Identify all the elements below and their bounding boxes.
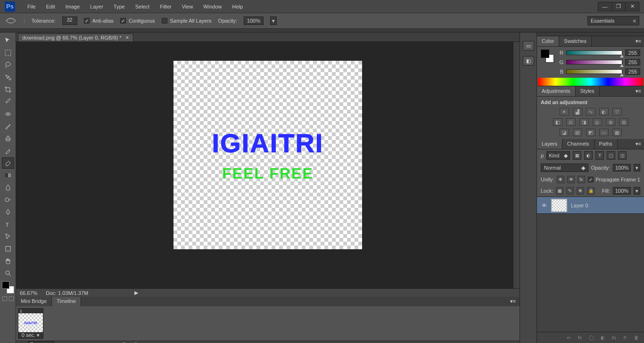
- brush-tool[interactable]: [2, 121, 14, 132]
- filter-smart-icon[interactable]: ◫: [618, 151, 627, 160]
- maximize-button[interactable]: ❐: [611, 2, 626, 11]
- type-tool[interactable]: T: [2, 219, 14, 230]
- adj-hue-icon[interactable]: ◧: [553, 118, 562, 126]
- opacity-dropdown[interactable]: ▾: [270, 16, 277, 25]
- fill-dropdown[interactable]: ▾: [634, 187, 640, 195]
- tab-paths[interactable]: Paths: [594, 139, 618, 149]
- layer-opacity-dropdown[interactable]: ▾: [634, 164, 640, 172]
- sample-all-checkbox[interactable]: Sample All Layers: [162, 18, 212, 24]
- marquee-tool[interactable]: [2, 47, 14, 58]
- fill-input[interactable]: 100%: [613, 187, 631, 195]
- filter-shape-icon[interactable]: ▢: [607, 151, 615, 160]
- status-doc-info[interactable]: Doc: 1.03M/1.37M: [46, 290, 88, 296]
- unify-position-icon[interactable]: ✥: [557, 176, 564, 183]
- first-frame-button[interactable]: ⏮: [59, 341, 66, 343]
- adj-posterize-icon[interactable]: ▤: [573, 129, 582, 136]
- blend-mode-dropdown[interactable]: Normal◆: [541, 163, 588, 172]
- next-frame-button[interactable]: ⏭: [93, 341, 99, 343]
- g-input[interactable]: 255: [625, 59, 640, 65]
- layer-opacity-input[interactable]: 100%: [613, 164, 631, 172]
- r-slider[interactable]: [566, 50, 622, 55]
- menu-window[interactable]: Window: [198, 2, 226, 11]
- active-tool-icon[interactable]: [5, 16, 17, 25]
- layer-item[interactable]: 👁 Layer 0: [537, 197, 644, 214]
- tolerance-input[interactable]: 32: [62, 16, 77, 25]
- dock-icon-properties[interactable]: ◧: [523, 56, 534, 65]
- b-slider[interactable]: [566, 69, 622, 74]
- adj-gradient-map-icon[interactable]: ▭: [599, 129, 609, 136]
- quick-select-tool[interactable]: [2, 72, 14, 83]
- tab-color[interactable]: Color: [537, 36, 559, 46]
- color-panel-menu[interactable]: ▾≡: [633, 36, 644, 46]
- zoom-level[interactable]: 66.67%: [20, 290, 37, 296]
- stamp-tool[interactable]: [2, 133, 14, 144]
- menu-file[interactable]: File: [23, 2, 41, 11]
- filter-adjust-icon[interactable]: ◐: [584, 151, 593, 160]
- lock-transparency-icon[interactable]: ▦: [556, 187, 563, 195]
- filter-pixel-icon[interactable]: ▦: [573, 151, 581, 160]
- tab-timeline[interactable]: Timeline: [52, 297, 81, 306]
- history-brush-tool[interactable]: [2, 145, 14, 156]
- adj-levels-icon[interactable]: ▟: [573, 108, 582, 115]
- delete-layer-icon[interactable]: 🗑: [633, 335, 640, 341]
- tab-swatches[interactable]: Swatches: [559, 36, 592, 46]
- dock-icon-history[interactable]: ▭: [523, 41, 534, 50]
- layers-panel-menu[interactable]: ▾≡: [633, 139, 644, 149]
- collapse-strip-top[interactable]: [0, 29, 644, 33]
- menu-layer[interactable]: Layer: [85, 2, 108, 11]
- adj-photo-filter-icon[interactable]: ◎: [593, 118, 602, 126]
- layer-fx-icon[interactable]: fx: [576, 335, 584, 341]
- r-input[interactable]: 255: [625, 49, 640, 56]
- screen-mode-icons[interactable]: [2, 296, 14, 301]
- layer-thumbnail[interactable]: [551, 199, 567, 212]
- adjustments-panel-menu[interactable]: ▾≡: [633, 86, 644, 96]
- blur-tool[interactable]: [2, 182, 14, 193]
- adj-exposure-icon[interactable]: ◐: [599, 108, 609, 115]
- eyedropper-tool[interactable]: [2, 96, 14, 107]
- new-layer-icon[interactable]: ⎘: [621, 335, 629, 341]
- opacity-input[interactable]: 100%: [244, 16, 264, 25]
- document-tab[interactable]: download.png @ 66.7% (Layer 0, RGB/8) * …: [18, 33, 133, 41]
- adj-bw-icon[interactable]: ◨: [579, 118, 589, 126]
- lasso-tool[interactable]: [2, 59, 14, 71]
- g-slider[interactable]: [566, 60, 622, 65]
- panel-collapse-strip[interactable]: [537, 33, 644, 36]
- antialias-checkbox[interactable]: Anti-alias: [84, 18, 114, 24]
- menu-filter[interactable]: Filter: [155, 2, 176, 11]
- fg-bg-color[interactable]: [2, 281, 14, 294]
- adj-threshold-icon[interactable]: ◩: [586, 129, 595, 136]
- adj-curves-icon[interactable]: ∿: [586, 108, 595, 115]
- menu-view[interactable]: View: [177, 2, 198, 11]
- color-spectrum[interactable]: [538, 78, 643, 86]
- move-tool[interactable]: [2, 35, 14, 46]
- status-arrow-icon[interactable]: ▶: [134, 290, 138, 296]
- lock-position-icon[interactable]: ✥: [577, 187, 584, 195]
- eraser-tool[interactable]: [2, 157, 14, 169]
- b-input[interactable]: 255: [625, 68, 640, 75]
- adj-selective-icon[interactable]: ▦: [612, 129, 622, 136]
- duplicate-frame-button[interactable]: ⎘: [121, 341, 128, 343]
- lock-all-icon[interactable]: 🔒: [587, 187, 594, 195]
- new-fill-icon[interactable]: ◐: [599, 335, 606, 341]
- workspace-dropdown[interactable]: Essentials≡: [587, 16, 639, 25]
- link-layers-icon[interactable]: ⇔: [565, 335, 572, 341]
- layer-mask-icon[interactable]: ◯: [587, 335, 595, 341]
- delete-frame-button[interactable]: 🗑: [132, 341, 139, 343]
- canvas-area[interactable]: IGIAITRI FEEL FREE: [16, 42, 520, 288]
- menu-image[interactable]: Image: [61, 2, 85, 11]
- tab-layers[interactable]: Layers: [537, 139, 562, 149]
- tab-channels[interactable]: Channels: [562, 139, 594, 149]
- prev-frame-button[interactable]: ◀: [70, 341, 77, 343]
- crop-tool[interactable]: [2, 84, 14, 95]
- adj-balance-icon[interactable]: ⚖: [566, 118, 576, 126]
- tab-mini-bridge[interactable]: Mini Bridge: [16, 297, 52, 306]
- filter-kind-dropdown[interactable]: Kind◆: [546, 151, 570, 160]
- unify-visibility-icon[interactable]: 👁: [567, 176, 575, 183]
- adj-brightness-icon[interactable]: ☀: [560, 108, 569, 115]
- menu-help[interactable]: Help: [227, 2, 248, 11]
- unify-style-icon[interactable]: fx: [578, 176, 585, 183]
- filter-type-icon[interactable]: T: [595, 151, 604, 160]
- color-fg-bg[interactable]: [541, 49, 554, 63]
- adj-invert-icon[interactable]: ◪: [560, 129, 569, 136]
- new-group-icon[interactable]: 🗀: [610, 335, 618, 341]
